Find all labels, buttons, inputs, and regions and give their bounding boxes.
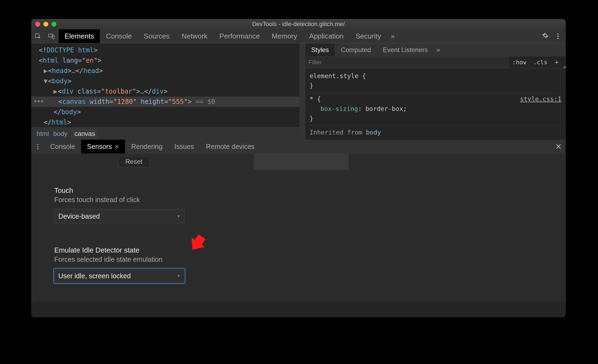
css-source-link[interactable]: style.css:1 — [520, 94, 561, 104]
drawer-tab-issues[interactable]: Issues — [168, 140, 200, 154]
drawer-close-icon[interactable]: ✕ — [555, 142, 562, 151]
styles-tab-styles[interactable]: Styles — [305, 43, 335, 56]
drawer: Console Sensors✕ Rendering Issues Remote… — [31, 140, 566, 302]
dom-scrollbar[interactable] — [300, 43, 305, 140]
mid-row: <!DOCTYPE html> <html lang="en"> ▶<head>… — [31, 43, 566, 140]
tab-elements[interactable]: Elements — [59, 29, 100, 43]
dom-breadcrumbs: html body canvas — [31, 127, 305, 140]
tab-application[interactable]: Application — [303, 29, 349, 43]
styles-tabs-overflow-icon[interactable]: » — [434, 43, 443, 56]
tab-sources[interactable]: Sources — [138, 29, 176, 43]
hov-toggle[interactable]: :hov — [509, 59, 530, 66]
drawer-tab-console[interactable]: Console — [44, 140, 81, 154]
styles-tabbar: Styles Computed Event Listeners » — [305, 43, 566, 56]
tab-security[interactable]: Security — [350, 29, 387, 43]
devtools-window: DevTools - idle-detection.glitch.me/ Ele… — [31, 19, 566, 317]
new-style-rule-icon[interactable]: + — [551, 58, 562, 66]
touch-subtitle: Forces touch instead of click — [54, 196, 185, 204]
dom-tree[interactable]: <!DOCTYPE html> <html lang="en"> ▶<head>… — [31, 43, 305, 129]
minimize-window-icon[interactable] — [43, 22, 48, 27]
drawer-tab-rendering[interactable]: Rendering — [125, 140, 168, 154]
drawer-tab-sensors[interactable]: Sensors✕ — [81, 140, 125, 154]
idle-section: Emulate Idle Detector state Forces selec… — [54, 246, 185, 283]
titlebar: DevTools - idle-detection.glitch.me/ — [31, 19, 566, 29]
styles-filter-row: :hov .cls + — [305, 56, 566, 68]
toolbar-right — [539, 32, 566, 41]
chevron-down-icon: ▼ — [177, 214, 180, 218]
css-block-star[interactable]: * {style.css:1 box-sizing: border-box; } — [308, 93, 563, 126]
selected-dom-node[interactable]: <canvas width="1280" height="555"> == $0 — [31, 97, 305, 107]
drawer-tab-remote-devices[interactable]: Remote devices — [200, 140, 260, 154]
tab-performance[interactable]: Performance — [214, 29, 266, 43]
crumb-html[interactable]: html — [37, 130, 49, 138]
close-window-icon[interactable] — [35, 22, 40, 27]
drawer-menu-kebab-icon[interactable] — [31, 144, 44, 149]
styles-tab-eventlisteners[interactable]: Event Listeners — [377, 43, 434, 56]
styles-panel: Styles Computed Event Listeners » :hov .… — [305, 43, 566, 140]
device-toggle-icon[interactable] — [45, 29, 58, 43]
main-menu-kebab-icon[interactable] — [552, 33, 564, 39]
decorative-panel — [254, 154, 349, 170]
styles-filter-input[interactable] — [305, 56, 509, 68]
chevron-down-icon: ▼ — [177, 274, 180, 278]
tab-console[interactable]: Console — [100, 29, 138, 43]
red-arrow-annotation-icon — [189, 232, 208, 254]
drawer-body[interactable]: Reset Touch Forces touch instead of clic… — [31, 154, 566, 302]
zoom-window-icon[interactable] — [52, 22, 56, 27]
css-block-element-style[interactable]: element.style { } — [308, 70, 563, 93]
tab-network[interactable]: Network — [176, 29, 213, 43]
cls-toggle[interactable]: .cls — [530, 59, 551, 66]
idle-select[interactable]: User idle, screen locked ▼ — [54, 269, 185, 283]
crumb-canvas[interactable]: canvas — [72, 129, 98, 139]
reset-button[interactable]: Reset — [118, 156, 150, 167]
touch-select-value: Device-based — [58, 212, 100, 220]
styles-tab-computed[interactable]: Computed — [335, 43, 377, 56]
tabs-overflow-icon[interactable]: » — [387, 29, 398, 43]
settings-gear-icon[interactable] — [539, 32, 552, 41]
inspect-element-icon[interactable] — [31, 29, 45, 43]
traffic-lights — [31, 22, 56, 27]
idle-title: Emulate Idle Detector state — [54, 246, 185, 254]
drawer-tabbar: Console Sensors✕ Rendering Issues Remote… — [31, 140, 566, 154]
crumb-body[interactable]: body — [53, 130, 67, 138]
window-title: DevTools - idle-detection.glitch.me/ — [31, 21, 566, 28]
tab-memory[interactable]: Memory — [266, 29, 303, 43]
inherited-from-label: Inherited from body — [308, 126, 563, 137]
idle-subtitle: Forces selected idle state emulation — [54, 256, 185, 263]
css-rules[interactable]: element.style { } * {style.css:1 box-siz… — [305, 68, 566, 139]
selected-var: == $0 — [192, 98, 215, 106]
close-tab-icon[interactable]: ✕ — [114, 143, 119, 150]
idle-select-value: User idle, screen locked — [58, 272, 131, 280]
touch-section: Touch Forces touch instead of click Devi… — [54, 186, 185, 223]
touch-select[interactable]: Device-based ▼ — [54, 209, 185, 223]
dom-tree-panel[interactable]: <!DOCTYPE html> <html lang="en"> ▶<head>… — [31, 43, 305, 140]
main-toolbar: Elements Console Sources Network Perform… — [31, 29, 566, 43]
touch-title: Touch — [54, 186, 185, 195]
